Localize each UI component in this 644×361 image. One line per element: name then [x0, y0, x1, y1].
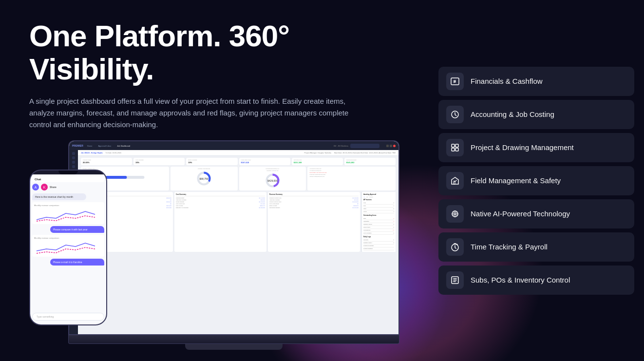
revenue-chart-svg [34, 208, 102, 222]
time-tracking-label: Time Tracking & Payroll [471, 243, 548, 251]
phone-chat-header: Chat [32, 176, 104, 182]
ai-icon [446, 205, 464, 223]
feature-financials[interactable]: $ Financials & Cashflow [438, 67, 634, 96]
headline: One Platform. 360° Visibility. [29, 19, 419, 86]
avatar: A [32, 184, 39, 190]
phone-notch [58, 171, 78, 174]
accounting-label: Accounting & Job Costing [471, 110, 554, 118]
svg-rect-14 [452, 148, 455, 151]
charts-row: Budget Utilization 55% Pending Changes [81, 167, 396, 190]
dash-dates: Start Date: 29-01-2023 | Estimated End D… [334, 152, 396, 154]
phone-chart-2: Monthly revenue comparison [32, 235, 104, 257]
feature-subs[interactable]: Subs, POs & Inventory Control [438, 266, 634, 295]
panel-row: COs Not Billed0 [363, 232, 394, 235]
laptop-mockup: PREMIER Home Approval Inbox Job Dashboar… [68, 140, 399, 355]
approval-panel: Awaiting Approval All Me Others AP Invoi… [361, 192, 396, 252]
cost-summary-section: Cost Summary Original Budget$1,170,000 A… [174, 192, 266, 252]
subs-icon [446, 271, 464, 289]
phone-screen: Chat A K Share Here is the revenue chart… [30, 174, 106, 325]
panel-row: SCOs1 [363, 210, 394, 213]
donut-chart-2: $429,000 [264, 172, 281, 189]
pending-commitments-card: Pending Commitments $68,750 [170, 167, 238, 190]
table-row: This Month Cost$17,000 [176, 203, 265, 205]
tab-others: Others [369, 196, 373, 198]
svg-rect-12 [452, 144, 455, 147]
sidebar-item-1 [72, 152, 75, 155]
laptop-base [68, 335, 399, 344]
dash-icons [386, 145, 396, 147]
ar-balance-card: AR Balance $305,300 AP Balance $305,300 … [307, 167, 396, 190]
avatar-2: K [41, 184, 48, 190]
metric-under-billed: Under Billed (WIP) $167,618 [239, 158, 290, 165]
mockup-area: Chat A K Share Here is the revenue chart… [29, 140, 419, 361]
dash-content: Original Margin 20.00% Cost Complete 30% [78, 156, 398, 254]
tables-row: Subcontracts Summary Original Contract S… [81, 192, 396, 252]
tab-all: All [363, 196, 365, 198]
metric-net-cash: Net Cash Flow $221,588 [292, 158, 343, 165]
left-section: One Platform. 360° Visibility. A single … [0, 0, 438, 361]
dash-sub-header: Job: 2024-01 - Heritage Heights To Date:… [78, 150, 398, 156]
dash-body: Job: 2024-01 - Heritage Heights To Date:… [69, 150, 398, 334]
feature-time-tracking[interactable]: Time Tracking & Payroll [438, 232, 634, 262]
phone-mockup: Chat A K Share Here is the revenue chart… [29, 170, 107, 325]
subtext: A single project dashboard offers a full… [29, 95, 360, 131]
sidebar-item-2 [72, 156, 75, 159]
phone-input[interactable]: Type something [32, 313, 104, 321]
table-row: Cost To Date$380,113 [176, 205, 265, 207]
tab-me: Me [366, 196, 368, 198]
field-management-label: Field Management & Safety [471, 176, 561, 185]
feature-field-management[interactable]: Field Management & Safety [438, 166, 634, 195]
svg-rect-15 [455, 148, 458, 151]
project-drawing-label: Project & Drawing Management [471, 143, 574, 152]
feature-project-drawing[interactable]: Project & Drawing Management [438, 133, 634, 162]
dash-main-content: Job: 2024-01 - Heritage Heights To Date:… [78, 150, 398, 334]
table-row: This Month Billing$0 [269, 203, 359, 205]
phone-message-1: Here is the revenue chart by month [32, 193, 86, 200]
project-drawing-icon [446, 139, 464, 156]
metric-cost-complete: Cost Complete 30% [133, 158, 185, 165]
table-row: Estimate At Completion$1,250,000 [176, 207, 265, 209]
metric-billing-complete: Billing Complete 19% [186, 158, 237, 165]
feature-accounting[interactable]: Accounting & Job Costing [438, 100, 634, 129]
svg-rect-1 [105, 176, 127, 179]
table-row: Remaining Balance$1,237,925 [269, 207, 359, 209]
donut-chart-1: $68,750 [195, 170, 212, 187]
table-row: Original Budget$1,170,000 [176, 197, 265, 199]
svg-text:$: $ [453, 80, 455, 83]
pending-billing-card: Pending Billing $855,113 Pending AP $276… [239, 167, 306, 190]
sidebar-item-3 [72, 161, 75, 164]
phone-chart-label-2: Monthly revenue comparison [34, 237, 102, 239]
table-row: Approved Changes$72,300 [269, 199, 359, 201]
metric-remaining: Remaining Budget $545,882 [344, 158, 396, 165]
content-wrapper: One Platform. 360° Visibility. A single … [0, 0, 644, 361]
svg-text:$68,750: $68,750 [200, 177, 208, 180]
ai-label: Native AI-Powered Technology [471, 209, 570, 218]
revenue-summary-section: Revenue Summary Original Contract Sum$1,… [268, 192, 360, 252]
dash-company: BV - BV Builders [334, 145, 348, 147]
financials-icon: $ [446, 73, 464, 90]
right-section: $ Financials & Cashflow Accounting & Job… [438, 0, 644, 361]
revenue-chart-svg-2 [34, 240, 102, 255]
metric-original-margin: Original Margin 20.00% [81, 158, 132, 165]
subs-label: Subs, POs & Inventory Control [471, 276, 570, 284]
table-row: Billed To Date$266,875 [269, 205, 359, 207]
phone-message-2: Please compare it with last year [50, 226, 104, 233]
dash-icon-3 [393, 145, 396, 147]
phone-chart-1: Monthly revenue comparison [32, 202, 104, 224]
table-row: Current Contract Sum$1,534,800 [269, 201, 359, 203]
dash-icon-2 [390, 145, 392, 147]
sidebar-item-4 [72, 165, 75, 168]
time-tracking-icon [446, 238, 464, 256]
dash-logo: PREMIER [72, 144, 83, 147]
table-row: Original Contract Sum$1,462,500 [269, 197, 359, 199]
dashboard-screen: PREMIER Home Approval Inbox Job Dashboar… [69, 141, 398, 334]
table-row: Approved Changes$55,000 [176, 199, 265, 201]
dash-nav-job: Job Dashboard [115, 144, 132, 148]
dash-nav-home: Home [85, 144, 95, 148]
dash-job-info: Job: 2024-01 - Heritage Heights [81, 152, 103, 154]
feature-ai[interactable]: Native AI-Powered Technology [438, 199, 634, 228]
dash-icon-1 [386, 145, 389, 147]
dash-header: PREMIER Home Approval Inbox Job Dashboar… [69, 141, 398, 150]
accounting-icon [446, 106, 464, 123]
svg-rect-13 [455, 144, 458, 147]
